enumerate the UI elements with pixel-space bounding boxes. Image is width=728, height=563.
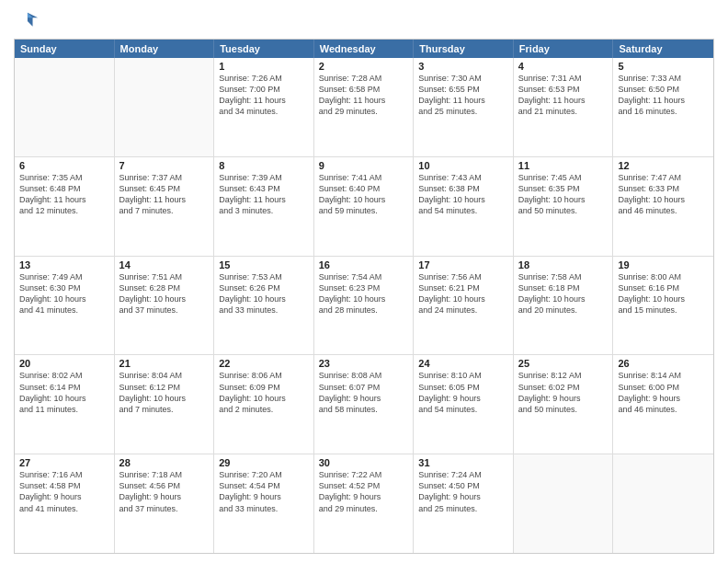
day-info: Sunrise: 7:28 AM Sunset: 6:58 PM Dayligh… [319,73,409,118]
day-number: 12 [618,160,709,171]
day-number: 9 [319,160,409,171]
day-cell: 20Sunrise: 8:02 AM Sunset: 6:14 PM Dayli… [15,355,115,454]
day-cell: 17Sunrise: 7:56 AM Sunset: 6:21 PM Dayli… [414,257,514,355]
day-cell: 14Sunrise: 7:51 AM Sunset: 6:28 PM Dayli… [115,257,215,355]
day-info: Sunrise: 7:47 AM Sunset: 6:33 PM Dayligh… [618,172,709,217]
day-cell: 1Sunrise: 7:26 AM Sunset: 7:00 PM Daylig… [214,58,314,156]
day-number: 11 [518,160,609,171]
day-header-wednesday: Wednesday [314,40,415,58]
day-cell: 8Sunrise: 7:39 AM Sunset: 6:43 PM Daylig… [214,157,314,256]
day-number: 29 [219,457,309,468]
day-cell: 10Sunrise: 7:43 AM Sunset: 6:38 PM Dayli… [414,157,514,256]
day-cell: 15Sunrise: 7:53 AM Sunset: 6:26 PM Dayli… [214,257,314,355]
day-number: 20 [19,358,109,369]
day-number: 8 [219,160,309,171]
day-header-friday: Friday [514,40,614,58]
day-info: Sunrise: 7:22 AM Sunset: 4:52 PM Dayligh… [319,469,409,514]
day-cell [514,454,614,553]
day-info: Sunrise: 7:30 AM Sunset: 6:55 PM Dayligh… [418,73,508,118]
day-cell: 27Sunrise: 7:16 AM Sunset: 4:58 PM Dayli… [15,454,115,553]
day-cell: 22Sunrise: 8:06 AM Sunset: 6:09 PM Dayli… [214,355,314,454]
day-cell: 6Sunrise: 7:35 AM Sunset: 6:48 PM Daylig… [15,157,115,256]
logo [14,9,43,35]
header [14,9,714,35]
day-info: Sunrise: 7:31 AM Sunset: 6:53 PM Dayligh… [518,73,609,118]
day-number: 2 [319,61,409,72]
day-cell: 24Sunrise: 8:10 AM Sunset: 6:05 PM Dayli… [414,355,514,454]
day-number: 13 [19,259,109,270]
day-info: Sunrise: 8:10 AM Sunset: 6:05 PM Dayligh… [418,370,508,415]
day-number: 14 [119,259,210,270]
day-number: 6 [19,160,109,171]
day-number: 27 [19,457,109,468]
day-info: Sunrise: 7:45 AM Sunset: 6:35 PM Dayligh… [518,172,609,217]
day-cell: 7Sunrise: 7:37 AM Sunset: 6:45 PM Daylig… [115,157,215,256]
day-cell: 2Sunrise: 7:28 AM Sunset: 6:58 PM Daylig… [314,58,415,156]
day-number: 18 [518,259,609,270]
day-info: Sunrise: 7:33 AM Sunset: 6:50 PM Dayligh… [618,73,709,118]
week-row-4: 20Sunrise: 8:02 AM Sunset: 6:14 PM Dayli… [15,354,713,454]
day-number: 7 [119,160,210,171]
day-number: 28 [119,457,210,468]
day-number: 21 [119,358,210,369]
page: SundayMondayTuesdayWednesdayThursdayFrid… [0,0,728,563]
day-cell: 3Sunrise: 7:30 AM Sunset: 6:55 PM Daylig… [414,58,514,156]
day-number: 26 [618,358,709,369]
day-number: 5 [618,61,709,72]
day-cell: 26Sunrise: 8:14 AM Sunset: 6:00 PM Dayli… [613,355,713,454]
day-number: 30 [319,457,409,468]
day-info: Sunrise: 7:53 AM Sunset: 6:26 PM Dayligh… [219,271,309,316]
day-number: 15 [219,259,309,270]
day-header-monday: Monday [115,40,215,58]
day-info: Sunrise: 8:14 AM Sunset: 6:00 PM Dayligh… [618,370,709,415]
day-cell: 31Sunrise: 7:24 AM Sunset: 4:50 PM Dayli… [414,454,514,553]
day-cell: 29Sunrise: 7:20 AM Sunset: 4:54 PM Dayli… [214,454,314,553]
day-header-sunday: Sunday [15,40,115,58]
day-headers: SundayMondayTuesdayWednesdayThursdayFrid… [15,40,713,58]
day-info: Sunrise: 7:16 AM Sunset: 4:58 PM Dayligh… [19,469,109,514]
day-info: Sunrise: 8:12 AM Sunset: 6:02 PM Dayligh… [518,370,609,415]
day-number: 3 [418,61,508,72]
day-info: Sunrise: 8:08 AM Sunset: 6:07 PM Dayligh… [319,370,409,415]
day-cell [15,58,115,156]
day-number: 22 [219,358,309,369]
day-cell: 12Sunrise: 7:47 AM Sunset: 6:33 PM Dayli… [613,157,713,256]
day-cell: 23Sunrise: 8:08 AM Sunset: 6:07 PM Dayli… [314,355,415,454]
day-number: 1 [219,61,309,72]
day-number: 24 [418,358,508,369]
week-row-2: 6Sunrise: 7:35 AM Sunset: 6:48 PM Daylig… [15,156,713,256]
day-info: Sunrise: 7:49 AM Sunset: 6:30 PM Dayligh… [19,271,109,316]
day-info: Sunrise: 7:35 AM Sunset: 6:48 PM Dayligh… [19,172,109,217]
day-info: Sunrise: 7:18 AM Sunset: 4:56 PM Dayligh… [119,469,210,514]
day-number: 16 [319,259,409,270]
day-info: Sunrise: 7:58 AM Sunset: 6:18 PM Dayligh… [518,271,609,316]
day-cell: 18Sunrise: 7:58 AM Sunset: 6:18 PM Dayli… [514,257,614,355]
week-row-3: 13Sunrise: 7:49 AM Sunset: 6:30 PM Dayli… [15,256,713,355]
week-row-1: 1Sunrise: 7:26 AM Sunset: 7:00 PM Daylig… [15,58,713,156]
day-info: Sunrise: 7:51 AM Sunset: 6:28 PM Dayligh… [119,271,210,316]
day-info: Sunrise: 7:20 AM Sunset: 4:54 PM Dayligh… [219,469,309,514]
week-row-5: 27Sunrise: 7:16 AM Sunset: 4:58 PM Dayli… [15,454,713,553]
day-info: Sunrise: 7:41 AM Sunset: 6:40 PM Dayligh… [319,172,409,217]
day-number: 19 [618,259,709,270]
logo-icon [14,9,40,35]
svg-rect-0 [14,9,40,35]
day-number: 17 [418,259,508,270]
day-cell: 16Sunrise: 7:54 AM Sunset: 6:23 PM Dayli… [314,257,415,355]
day-cell: 21Sunrise: 8:04 AM Sunset: 6:12 PM Dayli… [115,355,215,454]
day-cell: 9Sunrise: 7:41 AM Sunset: 6:40 PM Daylig… [314,157,415,256]
day-info: Sunrise: 7:56 AM Sunset: 6:21 PM Dayligh… [418,271,508,316]
day-info: Sunrise: 8:06 AM Sunset: 6:09 PM Dayligh… [219,370,309,415]
day-number: 23 [319,358,409,369]
day-cell: 11Sunrise: 7:45 AM Sunset: 6:35 PM Dayli… [514,157,614,256]
day-info: Sunrise: 8:02 AM Sunset: 6:14 PM Dayligh… [19,370,109,415]
day-info: Sunrise: 8:00 AM Sunset: 6:16 PM Dayligh… [618,271,709,316]
day-info: Sunrise: 7:54 AM Sunset: 6:23 PM Dayligh… [319,271,409,316]
day-info: Sunrise: 8:04 AM Sunset: 6:12 PM Dayligh… [119,370,210,415]
day-cell: 30Sunrise: 7:22 AM Sunset: 4:52 PM Dayli… [314,454,415,553]
day-info: Sunrise: 7:26 AM Sunset: 7:00 PM Dayligh… [219,73,309,118]
day-info: Sunrise: 7:37 AM Sunset: 6:45 PM Dayligh… [119,172,210,217]
day-info: Sunrise: 7:43 AM Sunset: 6:38 PM Dayligh… [418,172,508,217]
day-info: Sunrise: 7:39 AM Sunset: 6:43 PM Dayligh… [219,172,309,217]
day-number: 25 [518,358,609,369]
